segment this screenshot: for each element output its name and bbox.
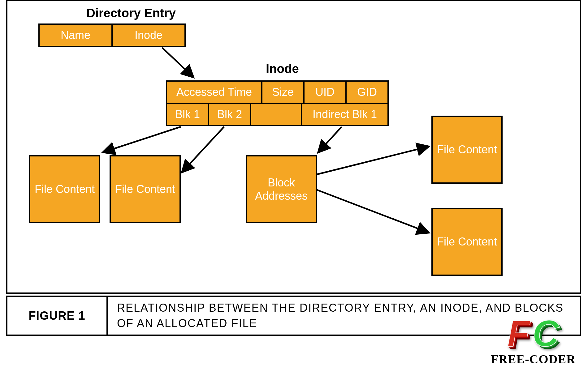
svg-line-5 <box>317 190 428 233</box>
watermark-text: FREE-CODER <box>491 352 576 366</box>
svg-line-1 <box>103 127 181 152</box>
file-content-block-3: File Content <box>431 116 503 184</box>
inode-uid-cell: UID <box>303 80 347 104</box>
diagram-frame: Directory Entry Inode Name Inode Accesse… <box>6 0 581 294</box>
heading-inode: Inode <box>266 62 299 76</box>
svg-line-4 <box>317 147 428 174</box>
inode-empty-cell <box>250 103 302 126</box>
inode-blk2-cell: Blk 2 <box>208 103 251 126</box>
svg-line-0 <box>162 48 193 77</box>
heading-directory-entry: Directory Entry <box>86 6 176 20</box>
watermark-letter-f: F <box>506 315 531 352</box>
watermark-logo-icon: F C <box>491 315 576 352</box>
file-content-block-2: File Content <box>110 155 181 223</box>
inode-blk1-cell: Blk 1 <box>166 103 209 126</box>
inode-size-cell: Size <box>261 80 305 104</box>
de-name-cell: Name <box>38 23 113 47</box>
svg-line-2 <box>182 127 224 172</box>
inode-accessed-time-cell: Accessed Time <box>166 80 262 104</box>
block-addresses-block: Block Addresses <box>246 155 317 223</box>
file-content-block-4: File Content <box>431 208 503 276</box>
watermark: F C FREE-CODER <box>491 315 576 366</box>
svg-line-3 <box>318 127 342 152</box>
de-inode-cell: Inode <box>111 23 186 47</box>
watermark-letter-c: C <box>531 315 560 352</box>
inode-indirect-blk1-cell: Indirect Blk 1 <box>301 103 389 126</box>
caption-label: FIGURE 1 <box>7 297 108 335</box>
file-content-block-1: File Content <box>29 155 100 223</box>
inode-gid-cell: GID <box>345 80 389 104</box>
